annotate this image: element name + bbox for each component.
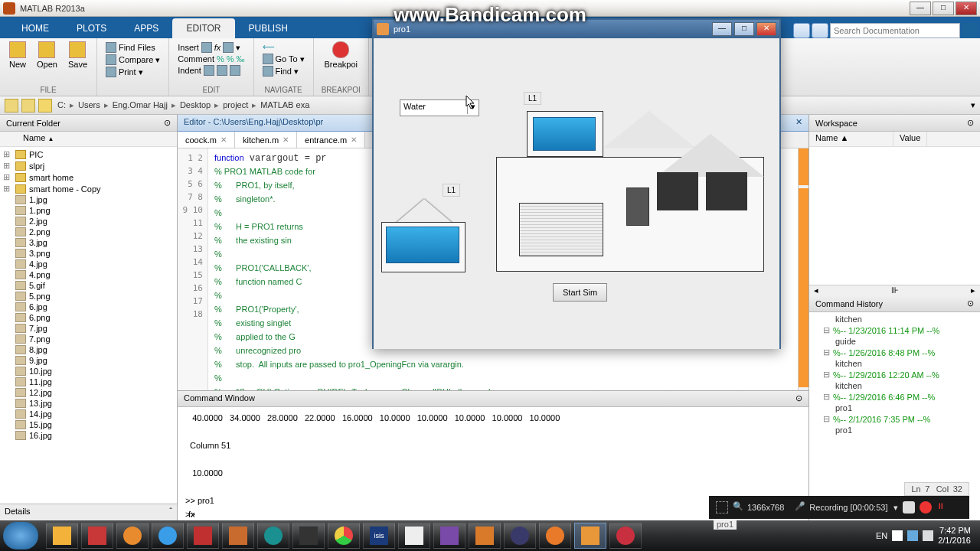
print-button[interactable]: Print ▾ — [105, 66, 161, 78]
edge-icon[interactable] — [152, 523, 184, 549]
tray-network-icon[interactable] — [907, 530, 918, 541]
file-item[interactable]: 4.jpg — [2, 259, 175, 269]
cmd-menu-icon[interactable]: ⊙ — [795, 393, 802, 404]
fig-maximize-button[interactable]: □ — [734, 22, 754, 36]
explorer-icon[interactable] — [46, 523, 78, 549]
history-item[interactable]: kitchen — [811, 314, 978, 324]
crumb[interactable]: MATLAB exa — [258, 100, 312, 109]
history-item[interactable]: ⊟%-- 1/23/2016 11:14 PM --% — [811, 324, 978, 336]
file-tab[interactable]: coock.m ✕ — [178, 132, 235, 148]
details-expand-icon[interactable]: ˆ — [169, 507, 172, 518]
find-files-button[interactable]: Find Files — [105, 41, 161, 54]
chrome-icon[interactable] — [328, 523, 360, 549]
solidworks-icon[interactable] — [187, 523, 219, 549]
open-button[interactable]: Open — [35, 40, 59, 70]
save-button[interactable]: Save — [67, 40, 89, 70]
folder-item[interactable]: ⊞PIC — [2, 148, 175, 160]
file-tree[interactable]: ⊞PIC⊞slprj⊞smart home⊞smart home - Copy1… — [0, 147, 177, 504]
cmdhist-menu-icon[interactable]: ⊙ — [967, 298, 974, 308]
file-item[interactable]: 7.png — [2, 334, 175, 344]
nav-fwd-icon[interactable] — [21, 99, 35, 112]
clock[interactable]: 7:42 PM2/1/2016 — [938, 526, 971, 546]
minimize-button[interactable]: — — [910, 2, 931, 15]
panel-menu-icon[interactable]: ⊙ — [164, 118, 171, 128]
crumb[interactable]: Eng.Omar Hajj — [110, 100, 170, 109]
find-button[interactable]: Find ▾ — [262, 65, 305, 77]
folder-item[interactable]: ⊞smart home - Copy — [2, 183, 175, 194]
history-item[interactable]: guide — [811, 336, 978, 347]
file-item[interactable]: 13.jpg — [2, 398, 175, 409]
eclipse-icon[interactable] — [504, 523, 536, 549]
file-item[interactable]: 9.jpg — [2, 355, 175, 366]
goto-button[interactable]: Go To ▾ — [262, 53, 305, 65]
file-item[interactable]: 10.jpg — [2, 366, 175, 377]
tab-apps[interactable]: APPS — [120, 18, 172, 38]
breakpoints-button[interactable]: Breakpoi — [322, 40, 361, 70]
compare-button[interactable]: Compare ▾ — [105, 54, 161, 66]
crumb[interactable]: Users — [76, 100, 103, 109]
file-item[interactable]: 6.png — [2, 312, 175, 323]
history-item[interactable]: kitchen — [811, 358, 978, 369]
undo-button[interactable] — [793, 23, 810, 38]
tab-publish[interactable]: PUBLISH — [235, 18, 302, 38]
workspace-area[interactable] — [809, 147, 980, 285]
history-item[interactable]: kitchen — [811, 380, 978, 391]
file-item[interactable]: 12.jpg — [2, 387, 175, 398]
notes-icon[interactable] — [398, 523, 430, 549]
search-doc-input[interactable] — [830, 23, 960, 38]
file-tab[interactable]: entrance.m ✕ — [297, 132, 365, 148]
file-item[interactable]: 14.jpg — [2, 409, 175, 419]
tray-volume-icon[interactable] — [923, 530, 933, 541]
history-item[interactable]: ⊟%-- 1/29/2016 6:46 PM --% — [811, 391, 978, 403]
name-column-header[interactable]: Name ▲ — [0, 132, 177, 147]
rec-pause-icon[interactable]: ⏸ — [936, 501, 949, 514]
ws-value-col[interactable]: Value — [893, 132, 927, 146]
history-item[interactable]: ⊟%-- 1/26/2016 8:48 PM --% — [811, 347, 978, 358]
folder-icon[interactable] — [38, 99, 52, 112]
tab-home[interactable]: HOME — [8, 18, 63, 38]
crumb[interactable]: project — [220, 100, 250, 109]
firefox-icon[interactable] — [539, 523, 571, 549]
media-player-icon[interactable] — [116, 523, 149, 549]
indent-button[interactable]: Indent — [177, 64, 245, 77]
rec-record-icon[interactable] — [920, 501, 932, 514]
history-item[interactable]: ⊟%-- 2/1/2016 7:35 PM --% — [811, 413, 978, 425]
video-editor-icon[interactable] — [292, 523, 325, 549]
tab-plots[interactable]: PLOTS — [63, 18, 120, 38]
file-item[interactable]: 7.jpg — [2, 323, 175, 334]
close-button[interactable]: ✕ — [956, 2, 977, 15]
start-sim-button[interactable]: Start Sim — [553, 283, 607, 302]
close-tab-icon[interactable]: ✕ — [220, 135, 227, 144]
workspace-menu-icon[interactable]: ⊙ — [967, 118, 974, 128]
tray-flag-icon[interactable] — [892, 530, 903, 541]
file-item[interactable]: 1.jpg — [2, 194, 175, 205]
start-button[interactable] — [3, 522, 38, 549]
downloads-icon[interactable] — [81, 523, 113, 549]
help-button[interactable] — [812, 23, 828, 38]
file-item[interactable]: 5.gif — [2, 280, 175, 291]
history-item[interactable]: pro1 — [811, 425, 978, 435]
path-dropdown-icon[interactable]: ▾ — [971, 100, 975, 110]
file-item[interactable]: 5.png — [2, 291, 175, 302]
lang-indicator[interactable]: EN — [876, 531, 887, 540]
fig-minimize-button[interactable]: — — [712, 22, 732, 36]
file-item[interactable]: 2.jpg — [2, 216, 175, 227]
matlab-taskbar-icon[interactable] — [222, 523, 254, 549]
figure-titlebar[interactable]: pro1 — □ ✕ — [374, 20, 779, 38]
maximize-button[interactable]: □ — [933, 2, 954, 15]
isis-icon[interactable]: isis — [363, 523, 395, 549]
file-item[interactable]: 8.jpg — [2, 344, 175, 355]
file-item[interactable]: 16.jpg — [2, 430, 175, 441]
nav-back-icon[interactable] — [5, 99, 18, 112]
ws-name-col[interactable]: Name ▲ — [809, 132, 893, 146]
close-tab-icon[interactable]: ✕ — [283, 135, 289, 144]
file-item[interactable]: 1.png — [2, 205, 175, 216]
file-item[interactable]: 15.jpg — [2, 419, 175, 430]
fig-close-button[interactable]: ✕ — [756, 22, 776, 36]
folder-item[interactable]: ⊞smart home — [2, 171, 175, 183]
figure-taskbar-icon[interactable] — [574, 523, 606, 549]
file-item[interactable]: 11.jpg — [2, 377, 175, 387]
tab-editor[interactable]: EDITOR — [172, 18, 234, 38]
water-dropdown[interactable]: Water▾ — [400, 99, 479, 116]
editor-close-icon[interactable]: ✕ — [795, 117, 802, 129]
